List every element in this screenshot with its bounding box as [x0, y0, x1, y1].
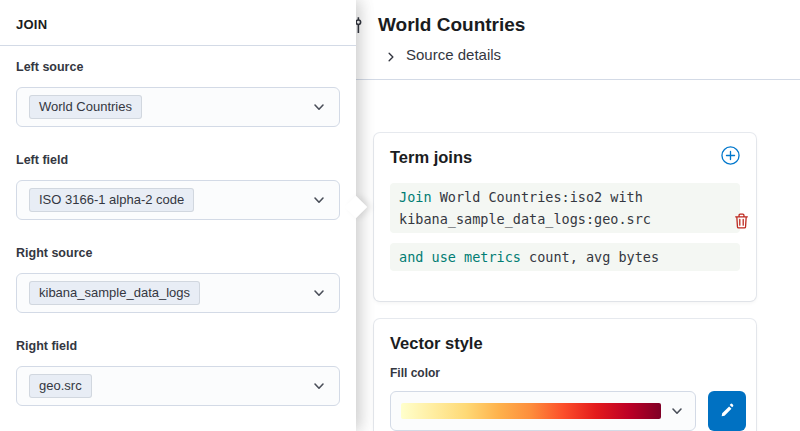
term-joins-heading: Term joins [390, 147, 472, 167]
chevron-right-icon [385, 49, 397, 61]
add-join-button[interactable] [720, 147, 740, 167]
join-popover-title: JOIN [0, 0, 356, 45]
right-field-label: Right field [16, 337, 340, 356]
color-ramp [401, 403, 661, 419]
join-expression[interactable]: Join World Countries:iso2 with kibana_sa… [390, 183, 740, 233]
join-value: World Countries:iso2 with kibana_sample_… [399, 189, 651, 227]
chevron-down-icon [311, 378, 327, 394]
fill-color-label: Fill color [390, 365, 740, 381]
right-source-value: kibana_sample_data_logs [29, 281, 200, 305]
term-joins-card: Term joins Join World Countries:iso2 wit… [374, 133, 756, 301]
layer-settings-panel: World Countries Source details Term join… [356, 0, 800, 431]
metrics-expression[interactable]: and use metrics count, avg bytes [390, 243, 740, 271]
metrics-value: count, avg bytes [529, 249, 659, 265]
chevron-down-icon [311, 285, 327, 301]
chevron-down-icon [311, 99, 327, 115]
plus-in-circle-icon [721, 146, 740, 168]
left-field-select[interactable]: ISO 3166-1 alpha-2 code [16, 180, 340, 220]
right-source-row: Right source kibana_sample_data_logs [16, 244, 340, 313]
metrics-keyword: and use metrics [399, 249, 521, 265]
source-details-accordion[interactable]: Source details [385, 46, 501, 63]
left-source-select[interactable]: World Countries [16, 87, 340, 127]
maps-layer-settings-screen: World Countries Source details Term join… [0, 0, 800, 431]
delete-join-button[interactable] [732, 213, 750, 231]
trash-icon [733, 212, 750, 232]
vector-style-heading: Vector style [390, 333, 740, 353]
right-field-select[interactable]: geo.src [16, 366, 340, 406]
pencil-icon [720, 403, 734, 420]
left-field-label: Left field [16, 151, 340, 170]
right-source-label: Right source [16, 244, 340, 263]
left-source-row: Left source World Countries [16, 58, 340, 127]
chevron-down-icon [311, 192, 327, 208]
vector-style-card: Vector style Fill color [374, 319, 756, 431]
left-field-value: ISO 3166-1 alpha-2 code [29, 188, 194, 212]
join-expression-group: Join World Countries:iso2 with kibana_sa… [390, 183, 740, 271]
edit-fill-color-button[interactable] [708, 391, 746, 431]
left-field-row: Left field ISO 3166-1 alpha-2 code [16, 151, 340, 220]
layer-header: World Countries Source details [356, 0, 800, 80]
left-source-label: Left source [16, 58, 340, 77]
fill-color-ramp-select[interactable] [390, 391, 696, 431]
layer-title: World Countries [378, 13, 784, 37]
chevron-down-icon [669, 403, 685, 419]
join-keyword: Join [399, 189, 432, 205]
right-field-row: Right field geo.src [16, 337, 340, 406]
right-field-value: geo.src [29, 374, 92, 398]
source-details-label: Source details [406, 46, 501, 63]
right-source-select[interactable]: kibana_sample_data_logs [16, 273, 340, 313]
join-popover: JOIN Left source World Countries Left fi… [0, 0, 356, 431]
left-source-value: World Countries [29, 95, 142, 119]
